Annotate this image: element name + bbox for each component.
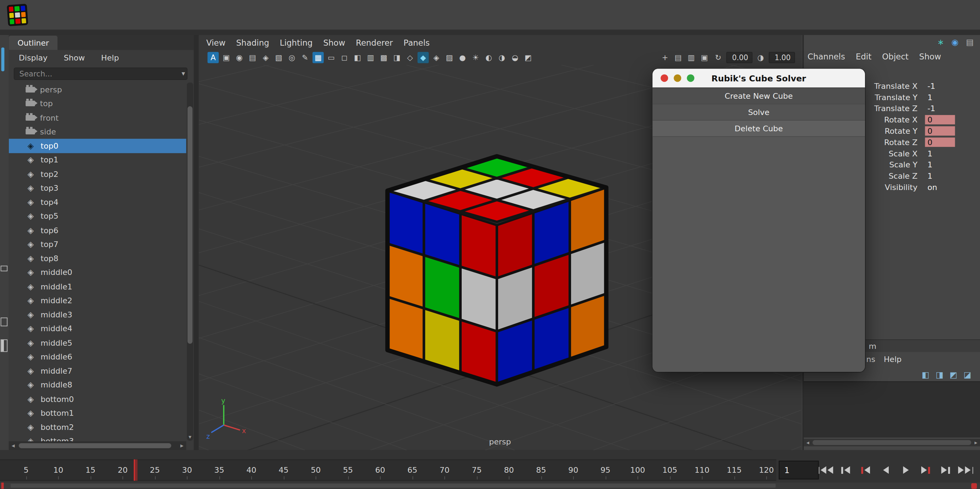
selection-mask-icon[interactable]: A (208, 52, 219, 63)
play-backward-button[interactable] (877, 461, 894, 479)
channel-box-menu-item[interactable]: Edit (856, 52, 872, 61)
resolution-gate-icon[interactable]: ◻ (339, 52, 350, 63)
scrollbar-thumb[interactable] (188, 106, 192, 344)
current-time-marker[interactable] (134, 459, 138, 481)
image-plane-icon[interactable]: ▧ (273, 52, 285, 63)
scroll-down-arrow-icon[interactable]: ▾ (187, 433, 193, 441)
viewport-menu-item[interactable]: Panels (404, 38, 430, 47)
camera-select-icon[interactable]: ▣ (221, 52, 232, 63)
move-layer-down-icon[interactable]: ◨ (936, 370, 943, 379)
outliner-horizontal-scrollbar[interactable]: ◂ ▸ (9, 441, 186, 450)
outliner-item[interactable]: middle2 (9, 293, 186, 307)
smooth-shade-icon[interactable]: ◆ (417, 52, 429, 63)
attribute-editor-icon[interactable]: ◉ (951, 37, 958, 46)
channel-value[interactable]: 0 (925, 126, 955, 135)
outliner-item[interactable]: top0 (9, 139, 186, 153)
outliner-item[interactable]: top (9, 97, 186, 111)
app-icon-rubiks-cube[interactable] (7, 3, 28, 26)
move-layer-up-icon[interactable]: ◧ (922, 370, 929, 379)
viewport-menu-item[interactable]: Show (323, 38, 345, 47)
channel-box-icon[interactable]: ▤ (966, 37, 974, 46)
layer-list[interactable] (804, 381, 980, 438)
outliner-item[interactable]: middle8 (9, 378, 186, 392)
outliner-item[interactable]: middle0 (9, 265, 186, 280)
grease-pencil-icon[interactable]: ✎ (299, 52, 311, 63)
camera-lock-icon[interactable]: ◉ (234, 52, 245, 63)
outliner-item[interactable]: middle4 (9, 322, 186, 336)
close-button[interactable] (660, 74, 668, 82)
outliner-item[interactable]: middle5 (9, 336, 186, 350)
bookmark-icon[interactable]: ◈ (260, 52, 271, 63)
layer-tab-fragment[interactable]: m (869, 341, 877, 350)
use-default-material-icon[interactable]: ● (457, 52, 468, 63)
dialog-titlebar[interactable]: Rubik's Cube Solver (652, 68, 865, 88)
isolate-select-icon[interactable]: ◩ (523, 52, 534, 63)
step-back-key-button[interactable] (858, 461, 874, 479)
outliner-item[interactable]: bottom2 (9, 420, 186, 434)
zoom-button[interactable] (687, 74, 694, 82)
search-input[interactable] (14, 68, 188, 80)
outliner-item[interactable]: top3 (9, 181, 186, 195)
quick-layout-two-pane-button[interactable] (1, 317, 8, 326)
outliner-menu-item[interactable]: Display (19, 53, 48, 62)
viewport-menu-item[interactable]: Shading (236, 38, 269, 47)
channel-value[interactable]: 1 (925, 171, 955, 180)
viewport-menu-item[interactable]: Renderer (356, 38, 393, 47)
occlusion-icon[interactable]: ◑ (496, 52, 508, 63)
scrollbar-thumb[interactable] (19, 443, 171, 448)
outliner-item[interactable]: front (9, 111, 186, 125)
channel-value[interactable]: -1 (925, 104, 955, 113)
channel-box-menu-item[interactable]: Show (919, 52, 941, 61)
film-gate-icon[interactable]: ▭ (326, 52, 337, 63)
range-start-handle[interactable] (2, 483, 4, 489)
channel-value[interactable]: 1 (925, 159, 955, 169)
outliner-menu-item[interactable]: Show (64, 53, 85, 62)
channel-box-menu-item[interactable]: Object (882, 52, 908, 61)
quick-layout-single-pane-button[interactable] (1, 266, 8, 271)
outliner-item[interactable]: persp (9, 83, 186, 97)
outliner-item[interactable]: top7 (9, 237, 186, 251)
scroll-right-arrow-icon[interactable]: ▸ (178, 441, 186, 450)
play-forward-button[interactable] (897, 461, 914, 479)
outliner-menu-item[interactable]: Help (101, 53, 119, 62)
create-new-cube-button[interactable]: Create New Cube (652, 88, 865, 104)
tool-settings-icon[interactable]: ∗ (937, 37, 944, 46)
pan-zoom-icon[interactable]: ◎ (286, 52, 298, 63)
range-slider[interactable] (0, 483, 980, 489)
minimize-button[interactable] (674, 74, 681, 82)
outliner-item[interactable]: top5 (9, 209, 186, 223)
channel-value[interactable]: -1 (925, 81, 955, 90)
shadows-icon[interactable]: ◐ (483, 52, 495, 63)
time-slider[interactable]: 5101520253035404550556065707580859095100… (0, 459, 776, 481)
channel-value[interactable]: 1 (925, 92, 955, 102)
outliner-item[interactable]: top1 (9, 153, 186, 167)
pane-separator[interactable] (194, 35, 199, 450)
outliner-item[interactable]: bottom0 (9, 392, 186, 406)
outliner-item[interactable]: top6 (9, 223, 186, 237)
auto-keyframe-icon[interactable] (971, 483, 977, 489)
object-details-icon[interactable]: ▥ (686, 52, 697, 63)
layer-menu-fragment[interactable]: ns (866, 355, 875, 364)
search-filter-dropdown-icon[interactable]: ▾ (181, 69, 185, 78)
exposure-icon[interactable]: ↻ (713, 52, 724, 63)
channel-value[interactable]: 0 (925, 115, 955, 124)
go-to-end-button[interactable] (957, 461, 974, 479)
outliner-vertical-scrollbar[interactable] (187, 83, 193, 441)
track-icon[interactable]: + (659, 52, 671, 63)
wireframe-on-shaded-icon[interactable]: ◈ (431, 52, 442, 63)
layer-horizontal-scrollbar[interactable]: ◂ ▸ (804, 439, 980, 446)
viewport-menu-item[interactable]: View (206, 38, 226, 47)
gamma-icon[interactable]: ◑ (755, 52, 766, 63)
field-chart-icon[interactable]: ▥ (365, 52, 376, 63)
gamma-field[interactable]: 1.00 (769, 52, 795, 63)
gate-mask-icon[interactable]: ◧ (352, 52, 363, 63)
scroll-right-arrow-icon[interactable]: ▸ (972, 439, 980, 446)
snapshot-icon[interactable]: ▣ (699, 52, 710, 63)
outliner-item[interactable]: middle7 (9, 364, 186, 378)
scrollbar-thumb[interactable] (813, 440, 972, 445)
layer-help-menu[interactable]: Help (884, 355, 902, 364)
hud-icon[interactable]: ▤ (673, 52, 684, 63)
textured-icon[interactable]: ▨ (444, 52, 455, 63)
outliner-item[interactable]: side (9, 124, 186, 139)
outliner-item[interactable]: top8 (9, 251, 186, 265)
